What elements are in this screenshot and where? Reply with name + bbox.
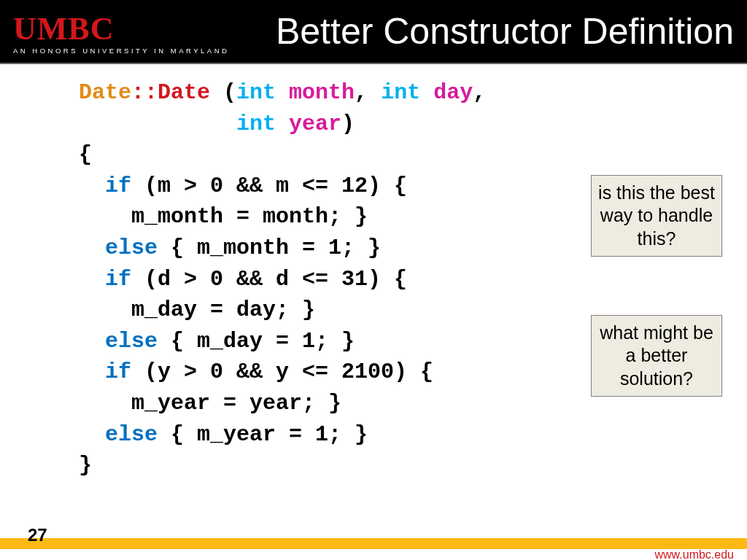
code-keyword: if (79, 174, 131, 198)
code-text: , (473, 80, 486, 105)
code-ctor: Date (158, 80, 210, 105)
callout-question-1: is this the best way to handle this? (591, 175, 722, 257)
code-block: Date::Date (int month, int day, int year… (79, 77, 747, 481)
code-space (276, 80, 289, 105)
footer-url: www.umbc.edu (655, 549, 735, 560)
logo-tagline: AN HONORS UNIVERSITY IN MARYLAND (13, 47, 229, 55)
code-text: ) (341, 112, 355, 136)
code-text: { m_day = 1; } (158, 329, 355, 354)
code-space (276, 112, 289, 136)
code-type: int (236, 80, 276, 105)
code-pad (79, 112, 236, 136)
code-text: (y > 0 && y <= 2100) { (131, 359, 433, 384)
slide-footer: 27 www.umbc.edu (0, 538, 747, 560)
code-type: int (236, 112, 276, 136)
code-text: } (79, 453, 92, 478)
code-text: , (355, 80, 381, 105)
code-text: { m_year = 1; } (158, 422, 368, 447)
code-text: { m_month = 1; } (158, 236, 381, 260)
page-number: 27 (28, 525, 47, 545)
code-text: { (79, 142, 92, 167)
code-keyword: else (79, 236, 158, 260)
code-scope: :: (131, 80, 158, 105)
code-keyword: else (79, 422, 158, 447)
logo-text: UMBC (13, 13, 229, 45)
code-keyword: if (79, 267, 131, 292)
logo-block: UMBC AN HONORS UNIVERSITY IN MARYLAND (0, 9, 229, 55)
code-text: (m > 0 && m <= 12) { (131, 174, 407, 198)
code-param: year (289, 112, 341, 136)
code-text: m_day = day; } (79, 298, 315, 322)
code-type: int (381, 80, 420, 105)
code-param: day (433, 80, 473, 105)
code-text: m_year = year; } (79, 391, 341, 416)
slide-content: Date::Date (int month, int day, int year… (0, 64, 747, 481)
code-space (420, 80, 433, 105)
slide-title: Better Constructor Definition (276, 10, 734, 52)
code-text: ( (210, 80, 236, 105)
callout-question-2: what might be a better solution? (591, 315, 722, 397)
code-keyword: else (79, 329, 158, 354)
code-param: month (289, 80, 355, 105)
code-text: m_month = month; } (79, 204, 368, 229)
code-text: (d > 0 && d <= 31) { (131, 267, 407, 292)
code-class: Date (79, 80, 131, 105)
footer-bar (0, 538, 747, 549)
code-keyword: if (79, 359, 131, 384)
slide-header: UMBC AN HONORS UNIVERSITY IN MARYLAND Be… (0, 0, 747, 64)
